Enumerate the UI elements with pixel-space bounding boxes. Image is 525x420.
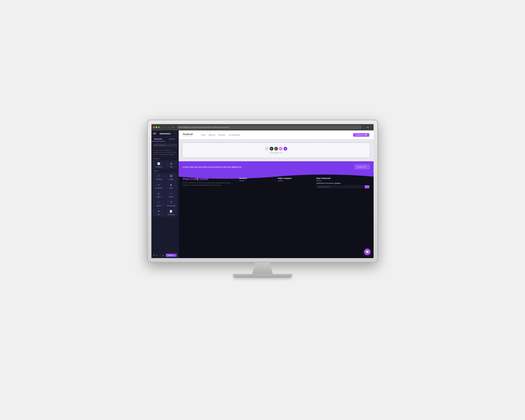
support-underline [278, 181, 283, 181]
video-icon: ▶ [169, 183, 173, 187]
screen-area: ← → ↻ pixelcraftstudios.io/wp-admin/post… [151, 124, 374, 258]
history-icon[interactable]: ↺ [156, 254, 158, 256]
hamburger-menu[interactable] [153, 133, 156, 135]
widget-icon[interactable]: ★ Icon [153, 208, 165, 216]
bottom-action-icons: ⚙ ↺ 📱 ⊕ [153, 254, 164, 256]
footer-brand-desc: At Pixel Craft Studio, we don't just cre… [183, 182, 236, 186]
widget-spacer[interactable]: ⤢ Spacer [153, 199, 165, 208]
logo-subtitle: STUDIOS [183, 135, 193, 137]
basic-widgets: T Heading 🖼 Image ≡ Text Editor ▶ [151, 172, 178, 217]
widget-container[interactable]: ⬜ Container [153, 160, 165, 169]
user-purple-icon[interactable]: ◉ [283, 147, 287, 150]
spacer-icon: ⤢ [157, 201, 161, 204]
panel-header: elementor ⋯ [151, 131, 178, 137]
monitor-bezel: ← → ↻ pixelcraftstudios.io/wp-admin/post… [147, 120, 378, 262]
elementor-panel: elementor ⋯ Elements Globals For easy ac… [151, 131, 179, 258]
widget-button[interactable]: ⊡ Button [153, 190, 165, 199]
url-text: pixelcraftstudios.io/wp-admin/post.php?p… [179, 126, 229, 128]
forward-button[interactable]: → [167, 126, 170, 129]
services-underline [239, 181, 244, 181]
maximize-window-btn[interactable] [158, 126, 160, 128]
grid-label: Grid [170, 166, 173, 168]
promo-btn-label: Contact Us › [357, 166, 367, 168]
heading-icon: T [157, 174, 161, 178]
site-navbar: PixelCraft STUDIOS Home About Us Service… [179, 131, 374, 139]
settings-circle-icon[interactable]: ■ [270, 147, 273, 150]
layout-section-label: ▪ Layout [151, 157, 178, 160]
widget-google-maps[interactable]: 📍 Google Maps [165, 199, 178, 208]
layout-widgets: ⬜ Container ⊞ Grid [151, 160, 178, 169]
browser-navigation: ← → ↻ [162, 126, 175, 129]
footer-section: Pixel Craft| Studio At Pixel Craft Studi… [179, 172, 374, 258]
back-button[interactable]: ← [162, 126, 166, 129]
menu-icon[interactable]: ⋮ [370, 126, 372, 128]
widget-divider[interactable]: — Divider [165, 190, 178, 199]
user-pink-icon[interactable]: RS [279, 147, 283, 150]
search-input[interactable] [153, 144, 177, 147]
widget-grid[interactable]: ⊞ Grid [165, 160, 178, 169]
google-maps-icon: 📍 [169, 201, 173, 204]
close-window-btn[interactable] [153, 126, 155, 128]
footer-col-connected: Stay Connected Subscribe for Exclusive U… [316, 177, 369, 188]
brand-name-part1: Pixel Craft [183, 177, 197, 181]
elementor-layout: elementor ⋯ Elements Globals For easy ac… [151, 131, 374, 258]
chat-bubble-button[interactable]: 💬 [364, 249, 370, 255]
responsive-icon[interactable]: 📱 [159, 254, 161, 256]
address-bar[interactable]: pixelcraftstudios.io/wp-admin/post.php?p… [177, 125, 362, 129]
container-label: Container [156, 166, 162, 168]
subscribe-input[interactable] [316, 185, 364, 188]
footer-brand: Pixel Craft| Studio At Pixel Craft Studi… [183, 177, 236, 188]
write-once-label: Write once [168, 214, 175, 215]
text-editor-icon: ≡ [157, 183, 161, 187]
footer-col-services: Services [239, 177, 275, 188]
add-icon[interactable]: + [265, 147, 269, 150]
nav-home[interactable]: Home [201, 134, 206, 136]
promo-text: Learn how we can bring your business int… [183, 166, 242, 168]
update-button[interactable]: Update ▲ [166, 254, 177, 257]
button-label: Button [157, 196, 161, 198]
contact-btn-label: Contact Us [356, 134, 364, 136]
settings-icon[interactable]: ⚙ [153, 254, 155, 256]
profile-icon[interactable]: ◉ [367, 126, 369, 128]
widget-write-once[interactable]: 📝 Write once [165, 208, 178, 216]
services-heading: Services [239, 177, 275, 179]
widget-image[interactable]: 🖼 Image [165, 173, 178, 181]
basic-section-label: ▪ Basic [151, 169, 178, 172]
nav-contact-button[interactable]: Contact Us 💬 [353, 133, 369, 137]
google-maps-label: Google Maps [167, 205, 176, 206]
footer-col-support: Help & Support [278, 177, 313, 188]
nav-showcase[interactable]: Our Showcase [229, 134, 240, 136]
widget-heading[interactable]: T Heading [153, 173, 165, 181]
hint-link[interactable]: Got it [170, 154, 174, 155]
write-once-icon: 📝 [169, 209, 173, 213]
subscribe-button[interactable]: → [365, 185, 369, 188]
promo-contact-button[interactable]: Contact Us › [355, 165, 369, 169]
nav-links: Home About Us Services Our Showcase [201, 134, 240, 136]
monitor-base [233, 274, 292, 278]
browser-bar: ← → ↻ pixelcraftstudios.io/wp-admin/post… [151, 124, 374, 131]
tab-globals[interactable]: Globals [165, 137, 179, 141]
keyboard-icon[interactable]: K [274, 147, 278, 150]
panel-title: elementor [159, 132, 171, 135]
panel-options-icon[interactable]: ⋯ [174, 132, 177, 135]
promo-section: Learn how we can bring your business int… [179, 161, 374, 172]
bookmark-icon[interactable]: ☆ [364, 126, 366, 128]
refresh-button[interactable]: ↻ [171, 126, 175, 129]
connected-underline [316, 181, 321, 181]
zoom-icon[interactable]: ⊕ [162, 254, 164, 256]
monitor-neck [248, 262, 277, 274]
panel-hint: For easy access, favorite the widgets yo… [151, 148, 178, 157]
drop-zone[interactable]: + ■ K RS ◉ Drag widget here [182, 142, 370, 158]
subscribe-label: Subscribe for Exclusive Updates! [316, 182, 369, 184]
nav-services[interactable]: Services [218, 134, 226, 136]
widget-video[interactable]: ▶ Video [165, 182, 178, 190]
browser-action-icons: ☆ ◉ ⋮ [364, 126, 372, 128]
footer-content: Pixel Craft| Studio At Pixel Craft Studi… [183, 176, 369, 188]
minimize-window-btn[interactable] [156, 126, 157, 128]
tab-elements[interactable]: Elements [151, 137, 165, 141]
nav-about[interactable]: About Us [208, 134, 216, 136]
widget-text-editor[interactable]: ≡ Text Editor [153, 182, 165, 190]
brand-name-part2: Studio [198, 177, 208, 181]
container-icon: ⬜ [157, 162, 161, 166]
footer-brand-name: Pixel Craft| Studio [183, 177, 236, 181]
